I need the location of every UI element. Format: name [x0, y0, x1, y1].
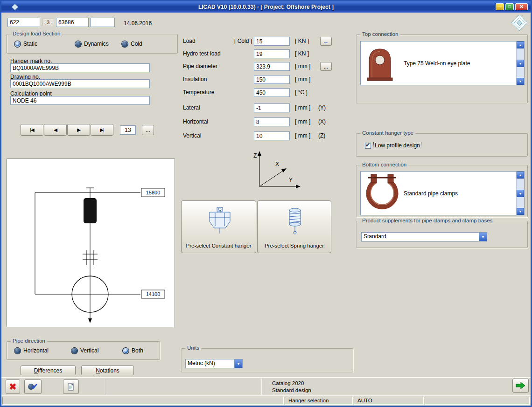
radio-both-icon — [123, 348, 129, 354]
insulation-field[interactable] — [254, 75, 290, 84]
load-field[interactable] — [254, 37, 290, 46]
report-button[interactable] — [63, 379, 79, 394]
supplements-value: Standard — [362, 233, 479, 241]
maximize-icon: □ — [508, 5, 511, 9]
eye-plate-image — [365, 45, 394, 82]
scroll-down-button[interactable]: ▼ — [517, 78, 524, 85]
hanger-mark-field[interactable] — [10, 63, 150, 72]
record-prev-button[interactable]: ◀ — [44, 124, 67, 136]
radio-cold[interactable]: Cold — [122, 41, 142, 47]
close-button[interactable]: ✕ — [515, 3, 528, 10]
check-icon: ✔ — [365, 142, 370, 148]
differences-button[interactable]: Differences — [21, 366, 76, 375]
differences-label: Differences — [34, 367, 62, 374]
bottom-connection-scrollbar[interactable]: ▲ ▼ ▼ — [516, 172, 524, 215]
radio-vertical-label: Vertical — [80, 347, 98, 354]
bottom-connection-dropdown-button[interactable]: ▼ — [517, 190, 524, 197]
radio-static[interactable]: Static — [14, 41, 37, 47]
status-hanger-selection: Hanger selection — [285, 397, 353, 405]
low-profile-checkbox[interactable]: ✔ Low profile design — [365, 142, 421, 149]
extra-number-field[interactable] — [91, 18, 115, 27]
units-value: Metric (kN) — [186, 359, 234, 368]
next-arrow-icon — [516, 382, 526, 389]
param-row-pipe-diameter: Pipe diameter [ mm ] ... — [183, 62, 344, 72]
param-label: Pipe diameter — [183, 63, 217, 69]
hydro-test-load-field[interactable] — [254, 49, 290, 58]
param-unit: [ mm ] — [295, 76, 310, 83]
constant-hanger-type-group: Constant hanger type ✔ Low profile desig… — [356, 133, 528, 157]
units-dropdown-button[interactable]: ▼ — [234, 359, 242, 368]
cancel-icon: ✖ — [9, 381, 17, 392]
radio-static-icon — [14, 41, 21, 47]
top-connection-scrollbar[interactable]: ▲ ▼ ▼ — [516, 41, 524, 85]
record-browse-button[interactable]: ... — [142, 125, 154, 135]
radio-both-label: Both — [132, 347, 143, 354]
radio-both[interactable]: Both — [123, 347, 143, 354]
scroll-up-icon: ▲ — [519, 173, 522, 177]
design-label: Standard design — [272, 387, 311, 393]
confirm-selection-button[interactable]: ✔ — [24, 379, 42, 394]
status-segment-empty — [2, 397, 284, 405]
low-profile-label: Low profile design — [374, 142, 421, 149]
param-axis: (Z) — [318, 132, 325, 139]
scroll-up-button[interactable]: ▲ — [517, 172, 524, 179]
chevron-down-icon: ▼ — [481, 235, 485, 239]
bottom-connection-listbox[interactable]: Standard pipe clamps ▲ ▼ ▼ — [360, 171, 525, 215]
record-first-button[interactable]: |◀ — [21, 124, 43, 136]
param-row-lateral: Lateral [ mm ] (Y) — [183, 103, 344, 114]
record-next-button[interactable]: ▶ — [67, 124, 90, 136]
toolbar-separator — [261, 379, 262, 395]
param-row-vertical: Vertical [ mm ] (Z) — [183, 131, 344, 142]
param-label: Vertical — [183, 132, 201, 139]
load-swap-button[interactable]: ↔ — [320, 37, 332, 46]
axis-z-label: Z — [253, 152, 257, 159]
radio-static-label: Static — [23, 41, 37, 47]
pipe-diameter-field[interactable] — [254, 62, 290, 71]
preselect-spring-hanger-button[interactable]: Pre-select Spring hanger — [257, 200, 331, 253]
scroll-down-button[interactable]: ▼ — [517, 208, 524, 215]
toolbar-separator — [105, 379, 106, 395]
maximize-button[interactable]: □ — [505, 3, 514, 10]
window-title: LICAD V10 (10.0.0.33) - [ Project: Offsh… — [1, 4, 531, 10]
units-combobox[interactable]: Metric (kN) ▼ — [185, 359, 243, 368]
param-label: Temperature — [183, 89, 214, 96]
record-number-field[interactable] — [120, 125, 136, 135]
order-number-field[interactable] — [56, 18, 89, 27]
supplements-dropdown-button[interactable]: ▼ — [479, 233, 487, 241]
scroll-up-button[interactable]: ▲ — [517, 41, 524, 48]
notations-button[interactable]: Notations — [81, 366, 134, 375]
supplements-combobox[interactable]: Standard ▼ — [361, 232, 487, 241]
preselect-constant-hanger-button[interactable]: Pre-select Constant hanger — [181, 200, 256, 253]
top-connection-item: Type 75 Weld-on eye plate — [404, 41, 470, 85]
param-unit: [ mm ] — [295, 104, 310, 111]
project-number-field[interactable] — [7, 18, 40, 27]
top-connection-dropdown-button[interactable]: ▼ — [517, 60, 524, 67]
drawing-no-field[interactable] — [10, 79, 150, 88]
radio-horizontal-label: Horizontal — [23, 347, 49, 354]
check-icon: ✔ — [31, 382, 38, 392]
record-last-button[interactable]: ▶| — [91, 124, 113, 136]
radio-vertical[interactable]: Vertical — [71, 347, 98, 354]
proceed-button[interactable] — [512, 379, 529, 393]
header-separator-label: - 3 - — [42, 19, 54, 26]
constant-hanger-type-title: Constant hanger type — [360, 130, 415, 136]
design-load-title: Design load Section — [11, 31, 62, 36]
param-row-hydro: Hydro test load [ KN ] — [183, 49, 344, 60]
calc-point-field[interactable] — [10, 96, 150, 105]
radio-vertical-icon — [71, 348, 77, 354]
temperature-field[interactable] — [254, 88, 290, 97]
vertical-field[interactable] — [254, 131, 290, 140]
param-axis: (Y) — [318, 104, 326, 111]
minimize-button[interactable]: — — [496, 3, 504, 10]
pipe-diameter-browse-button[interactable]: ... — [320, 62, 332, 71]
top-connection-listbox[interactable]: Type 75 Weld-on eye plate ▲ ▼ ▼ — [360, 41, 525, 85]
lateral-field[interactable] — [254, 103, 290, 112]
horizontal-field[interactable] — [254, 117, 290, 126]
cancel-button[interactable]: ✖ — [6, 379, 20, 394]
radio-dynamics[interactable]: Dynamics — [75, 41, 109, 47]
supplements-group: Product supplements for pipe clamps and … — [356, 221, 528, 248]
param-label: Load — [183, 38, 196, 44]
swap-icon: ↔ — [323, 38, 329, 45]
date-label: 14.06.2016 — [124, 20, 152, 27]
radio-horizontal[interactable]: Horizontal — [14, 347, 49, 354]
